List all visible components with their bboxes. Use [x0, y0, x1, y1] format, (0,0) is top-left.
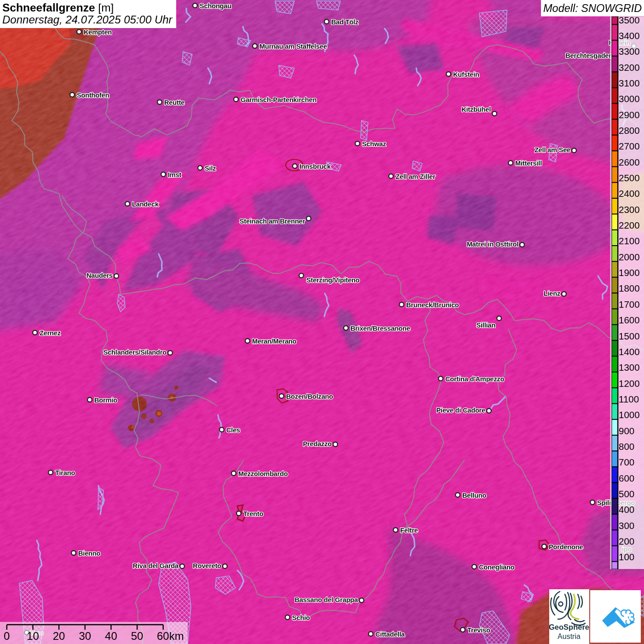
svg-text:Mezzolombardo: Mezzolombardo	[238, 470, 288, 477]
svg-text:2900: 2900	[619, 109, 640, 120]
svg-text:1300: 1300	[619, 362, 640, 373]
svg-text:Modell: SNOWGRID: Modell: SNOWGRID	[543, 2, 642, 14]
svg-text:Zell am Ziller: Zell am Ziller	[396, 173, 436, 180]
svg-text:Nauders: Nauders	[86, 272, 113, 279]
svg-text:Sterzing/Vipiteno: Sterzing/Vipiteno	[306, 276, 360, 284]
svg-text:Belluno: Belluno	[462, 492, 486, 499]
svg-text:Kitzbühel: Kitzbühel	[461, 106, 491, 113]
svg-text:Cortina d'Ampezzo: Cortina d'Ampezzo	[445, 375, 504, 383]
svg-text:Tirano: Tirano	[55, 469, 75, 477]
svg-text:Berchtesgaden: Berchtesgaden	[565, 52, 613, 59]
svg-text:Pordenone: Pordenone	[549, 543, 583, 551]
svg-text:Sonthofen: Sonthofen	[77, 92, 109, 99]
svg-text:3200: 3200	[619, 62, 640, 73]
svg-text:3100: 3100	[619, 78, 640, 88]
svg-text:Schio: Schio	[292, 614, 310, 621]
svg-text:Bienno: Bienno	[78, 550, 101, 557]
svg-text:Conegliano: Conegliano	[479, 564, 515, 571]
svg-text:Zell am See: Zell am See	[535, 146, 570, 154]
svg-text:Cittadella: Cittadella	[375, 631, 405, 638]
svg-text:3400: 3400	[619, 30, 640, 41]
svg-text:2100: 2100	[619, 236, 640, 246]
svg-text:2000: 2000	[619, 252, 640, 262]
svg-text:200: 200	[619, 536, 634, 546]
svg-text:Bad Tölz: Bad Tölz	[331, 18, 358, 26]
svg-text:3000: 3000	[619, 93, 640, 104]
svg-text:900: 900	[619, 426, 634, 436]
svg-text:Austria: Austria	[558, 632, 581, 640]
svg-text:Kufstein: Kufstein	[453, 71, 479, 78]
svg-text:Reutte: Reutte	[164, 99, 184, 106]
svg-text:Matrei in Osttirol: Matrei in Osttirol	[467, 241, 518, 248]
svg-text:Feltre: Feltre	[400, 527, 418, 534]
svg-text:Bassano del Grappa: Bassano del Grappa	[294, 596, 358, 604]
svg-text:Bormio: Bormio	[94, 397, 117, 404]
svg-text:60km: 60km	[157, 630, 184, 642]
svg-text:1900: 1900	[619, 267, 640, 278]
svg-text:Riva del Garda: Riva del Garda	[133, 562, 179, 569]
svg-text:Meran/Merano: Meran/Merano	[252, 338, 297, 345]
svg-text:Bruneck/Brunico: Bruneck/Brunico	[406, 301, 459, 309]
svg-text:Trento: Trento	[243, 510, 264, 518]
svg-text:Innsbruck: Innsbruck	[299, 163, 331, 170]
svg-text:700: 700	[619, 457, 634, 467]
svg-text:1400: 1400	[619, 346, 640, 357]
svg-text:Murnau am Staffelsee: Murnau am Staffelsee	[259, 43, 327, 50]
svg-text:2800: 2800	[619, 125, 640, 136]
svg-text:100: 100	[619, 552, 634, 562]
svg-text:10: 10	[27, 630, 39, 642]
svg-text:1700: 1700	[619, 299, 640, 310]
svg-text:1800: 1800	[619, 283, 640, 293]
svg-text:Garmisch-Partenkirchen: Garmisch-Partenkirchen	[241, 96, 316, 104]
svg-text:1200: 1200	[619, 378, 640, 389]
svg-text:50: 50	[131, 630, 144, 642]
svg-text:Bozen/Bolzano: Bozen/Bolzano	[286, 393, 333, 400]
svg-text:Zernez: Zernez	[40, 329, 61, 337]
svg-text:Mittersill: Mittersill	[515, 160, 542, 167]
svg-text:Silz: Silz	[205, 165, 216, 172]
svg-text:2700: 2700	[619, 141, 640, 151]
svg-text:1500: 1500	[619, 331, 640, 341]
svg-text:Pieve di Cadore: Pieve di Cadore	[437, 407, 486, 414]
svg-text:1600: 1600	[619, 315, 640, 325]
svg-text:Treviso: Treviso	[467, 627, 490, 634]
svg-text:1100: 1100	[619, 394, 639, 404]
svg-text:20: 20	[53, 630, 65, 642]
svg-text:Schwaz: Schwaz	[362, 140, 386, 148]
svg-text:Brixen/Bressanone: Brixen/Bressanone	[351, 325, 410, 332]
svg-text:2200: 2200	[619, 220, 640, 230]
svg-text:0: 0	[4, 630, 10, 642]
svg-text:3300: 3300	[619, 46, 640, 57]
svg-text:400: 400	[619, 504, 634, 515]
svg-text:300: 300	[619, 520, 634, 531]
svg-text:Rovereto: Rovereto	[193, 562, 221, 569]
svg-text:Sillian: Sillian	[476, 322, 495, 329]
svg-text:2500: 2500	[619, 172, 640, 183]
svg-text:GeoSphere: GeoSphere	[549, 623, 589, 631]
svg-text:Cles: Cles	[226, 426, 240, 434]
svg-text:500: 500	[619, 489, 634, 499]
svg-text:2300: 2300	[619, 204, 640, 215]
svg-text:2400: 2400	[619, 188, 640, 199]
svg-text:Donnerstag, 24.07.2025 05:00 U: Donnerstag, 24.07.2025 05:00 Uhr	[2, 13, 173, 26]
svg-text:1000: 1000	[619, 409, 640, 420]
svg-text:2600: 2600	[619, 157, 640, 167]
svg-text:Steinach am Brenner: Steinach am Brenner	[240, 218, 305, 225]
svg-text:600: 600	[619, 473, 634, 483]
svg-text:Predazzo: Predazzo	[303, 440, 332, 448]
svg-text:Schongau: Schongau	[200, 2, 231, 10]
svg-text:Kempten: Kempten	[84, 29, 112, 36]
svg-text:Schneefallgrenze [m]: Schneefallgrenze [m]	[2, 1, 114, 14]
svg-text:Imst: Imst	[168, 171, 182, 178]
svg-text:30: 30	[79, 630, 91, 642]
svg-text:Schlanders/Silandro: Schlanders/Silandro	[104, 349, 167, 356]
svg-text:800: 800	[619, 441, 634, 452]
svg-text:Landeck: Landeck	[132, 201, 159, 208]
svg-text:Lienz: Lienz	[544, 290, 560, 297]
svg-text:40: 40	[105, 630, 117, 642]
